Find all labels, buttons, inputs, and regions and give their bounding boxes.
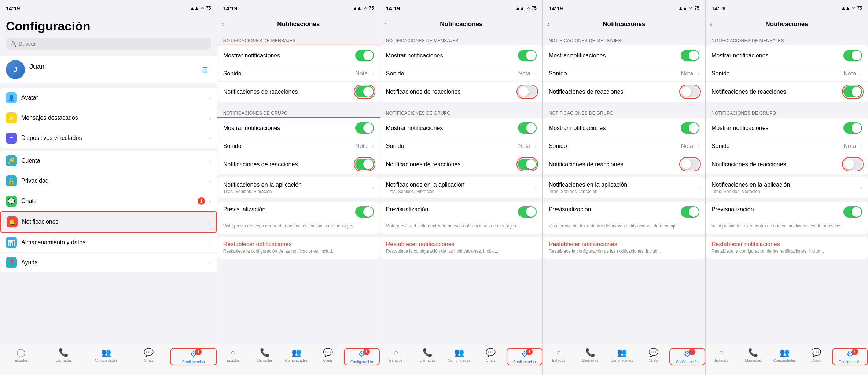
tab-comunidades-1[interactable]: 👥 Comunidades	[85, 348, 128, 363]
estados-tab-label-2: Estados	[227, 359, 240, 363]
settings-item-privacy[interactable]: 🔒 Privacidad ›	[0, 171, 217, 191]
msg-section-header-3: NOTIFICACIONES DE MENSAJES	[380, 32, 542, 45]
sonido-msg-row-5[interactable]: Sonido Nota ›	[706, 66, 868, 82]
tab-llamadas-1[interactable]: 📞 Llamadas	[43, 348, 85, 363]
tab-estados-3[interactable]: ○ Estados	[380, 348, 412, 363]
tab-comunidades-3[interactable]: 👥 Comunidades	[443, 348, 475, 363]
reacciones-grp-toggle-4[interactable]	[681, 159, 699, 170]
llamadas-tab-icon-4: 📞	[585, 348, 595, 357]
settings-item-storage[interactable]: 📊 Almacenamiento y datos ›	[0, 233, 217, 253]
sonido-msg-row-4[interactable]: Sonido Nota ›	[543, 66, 705, 82]
tab-comunidades-4[interactable]: 👥 Comunidades	[606, 348, 637, 363]
settings-item-linked[interactable]: 🖥 Dispositivos vinculados ›	[0, 128, 217, 148]
reacciones-grp-toggle-5[interactable]	[843, 159, 862, 170]
mostrar-msg-toggle-5[interactable]	[843, 50, 862, 61]
reacciones-grp-toggle-3[interactable]	[518, 159, 537, 170]
tab-configuracion-3[interactable]: ⚙ 1 Configuración	[507, 348, 542, 365]
comunidades-tab-icon-4: 👥	[617, 348, 627, 357]
qr-icon[interactable]: ⊞	[199, 64, 211, 75]
comunidades-tab-icon-3: 👥	[454, 348, 464, 357]
reacciones-msg-toggle-3[interactable]	[518, 86, 537, 97]
reacciones-grp-toggle-2[interactable]	[355, 159, 374, 170]
reacciones-msg-label-2: Notificaciones de reacciones	[223, 89, 352, 95]
inapp-row-5[interactable]: Notificaciones en la aplicación Tiras, S…	[706, 177, 868, 199]
back-button-3[interactable]: ‹	[385, 21, 387, 28]
settings-item-help[interactable]: ❓ Ayuda ›	[0, 253, 217, 272]
preview-toggle-4[interactable]	[681, 206, 699, 218]
tab-configuracion-2[interactable]: ⚙ 1 Configuración	[344, 348, 380, 365]
mostrar-msg-toggle-4[interactable]	[681, 50, 699, 61]
tab-config-1[interactable]: ⚙ 1 Configuración	[170, 348, 217, 365]
chevron-icon-privacy: ›	[209, 178, 211, 184]
settings-item-starred[interactable]: ★ Mensajes destacados ›	[0, 108, 217, 128]
mostrar-msg-row-3: Mostrar notificaciones	[380, 45, 542, 66]
search-bar[interactable]: 🔍 Buscar	[6, 38, 211, 50]
tab-chats-5[interactable]: 💬 Chats	[801, 348, 832, 363]
tab-badge-2-configuracion: 1	[526, 349, 533, 355]
tab-chats-1[interactable]: 💬 Chats	[128, 348, 170, 363]
settings-item-avatar[interactable]: 👤 Avatar ›	[0, 88, 217, 108]
tab-estados-4[interactable]: ○ Estados	[543, 348, 574, 363]
preview-content-3: Previsualización	[386, 206, 515, 213]
sonido-msg-value-5: Nota	[844, 70, 856, 77]
tab-configuracion-4[interactable]: ⚙ 1 Configuración	[669, 348, 705, 365]
mostrar-grp-toggle-2[interactable]	[355, 122, 374, 134]
sonido-msg-row-3[interactable]: Sonido Nota ›	[380, 66, 542, 82]
reset-row-3[interactable]: Restablecer notificaciones Restablece la…	[380, 237, 542, 259]
profile-row[interactable]: J Juan - ⊞	[0, 56, 217, 83]
tab-chats-4[interactable]: 💬 Chats	[638, 348, 669, 363]
reset-row-5[interactable]: Restablecer notificaciones Restablece la…	[706, 237, 868, 259]
sonido-grp-row-3[interactable]: Sonido Nota ›	[380, 138, 542, 154]
tab-configuracion-5[interactable]: ⚙ 1 Configuración	[832, 348, 868, 365]
inapp-row-4[interactable]: Notificaciones en la aplicación Tiras, S…	[543, 177, 705, 199]
tab-llamadas-3[interactable]: 📞 Llamadas	[412, 348, 443, 363]
preview-toggle-5[interactable]	[843, 206, 862, 218]
tab-estados-1[interactable]: ◯ Estados	[0, 348, 43, 363]
preview-toggle-3[interactable]	[518, 206, 537, 218]
sonido-grp-row-5[interactable]: Sonido Nota ›	[706, 138, 868, 154]
nav-bar-2: ‹ Notificaciones	[217, 16, 380, 32]
mostrar-grp-toggle-5[interactable]	[843, 122, 862, 134]
chats-settings-icon: 💬	[6, 196, 17, 207]
back-button-5[interactable]: ‹	[710, 21, 712, 28]
notif-scroll-3: NOTIFICACIONES DE MENSAJES Mostrar notif…	[380, 32, 542, 345]
chevron-icon-account: ›	[209, 158, 211, 164]
settings-item-notif[interactable]: 🔔 Notificaciones ›	[0, 211, 217, 233]
mostrar-msg-label-5: Mostrar notificaciones	[711, 52, 841, 59]
reacciones-msg-toggle-4[interactable]	[681, 86, 699, 97]
mostrar-grp-toggle-3[interactable]	[518, 122, 537, 134]
settings-item-account[interactable]: 🔑 Cuenta ›	[0, 151, 217, 171]
tab-comunidades-5[interactable]: 👥 Comunidades	[769, 348, 800, 363]
mostrar-msg-toggle-2[interactable]	[355, 50, 374, 61]
mostrar-msg-toggle-3[interactable]	[518, 50, 537, 61]
back-button-2[interactable]: ‹	[222, 21, 224, 28]
tab-chats-2[interactable]: 💬 Chats	[312, 348, 343, 363]
tab-comunidades-2[interactable]: 👥 Comunidades	[280, 348, 312, 363]
settings-item-label-privacy: Privacidad	[21, 178, 205, 184]
sonido-grp-row-4[interactable]: Sonido Nota ›	[543, 138, 705, 154]
tab-llamadas-2[interactable]: 📞 Llamadas	[249, 348, 280, 363]
sonido-msg-row-2[interactable]: Sonido Nota ›	[217, 66, 380, 82]
inapp-row-3[interactable]: Notificaciones en la aplicación Tiras, S…	[380, 177, 542, 199]
tab-estados-2[interactable]: ○ Estados	[217, 348, 249, 363]
mostrar-grp-toggle-4[interactable]	[681, 122, 699, 134]
notif-panel-1: 14:19 ▲▲ ≋ 75 ‹ Notificaciones NOTIFICAC…	[217, 0, 380, 375]
reset-row-2[interactable]: Restablecer notificaciones Restablece la…	[217, 237, 380, 259]
sonido-grp-row-2[interactable]: Sonido Nota ›	[217, 138, 380, 154]
reacciones-grp-row-3: Notificaciones de reacciones	[380, 154, 542, 174]
tab-llamadas-4[interactable]: 📞 Llamadas	[574, 348, 606, 363]
settings-item-chats[interactable]: 💬 Chats 1 ›	[0, 191, 217, 211]
preview-group-5: Previsualización Vista previa del texto …	[706, 202, 868, 234]
preview-toggle-2[interactable]	[355, 206, 374, 218]
tab-chats-3[interactable]: 💬 Chats	[475, 348, 506, 363]
reset-row-4[interactable]: Restablecer notificaciones Restablece la…	[543, 237, 705, 259]
back-button-4[interactable]: ‹	[547, 21, 549, 28]
msg-group-2: Mostrar notificaciones Sonido Nota › Not…	[217, 45, 380, 102]
settings-item-label-linked: Dispositivos vinculados	[21, 135, 205, 141]
tab-estados-5[interactable]: ○ Estados	[706, 348, 737, 363]
inapp-row-2[interactable]: Notificaciones en la aplicación Tiras, S…	[217, 177, 380, 199]
reacciones-msg-toggle-2[interactable]	[355, 86, 374, 97]
tab-llamadas-5[interactable]: 📞 Llamadas	[737, 348, 769, 363]
settings-item-label-avatar: Avatar	[21, 94, 205, 101]
reacciones-msg-toggle-5[interactable]	[843, 86, 862, 97]
